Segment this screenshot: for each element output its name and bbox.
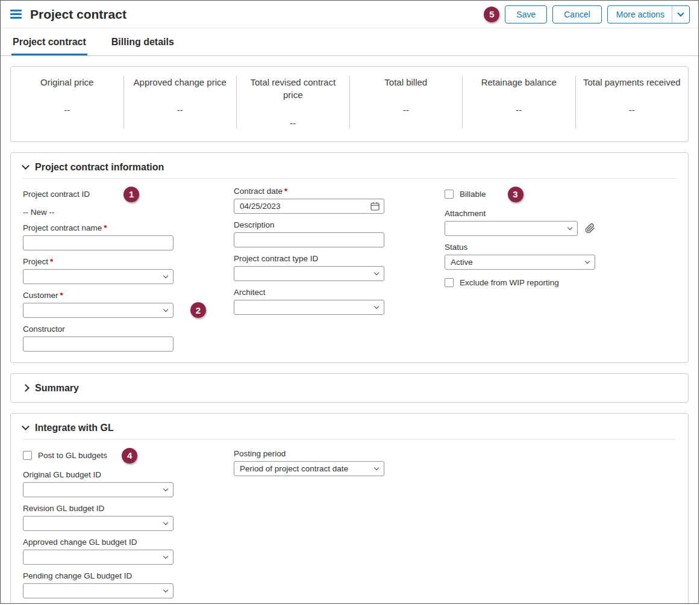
exclude-wip-label: Exclude from WIP reporting: [460, 278, 559, 287]
section-summary: Summary: [10, 373, 689, 403]
revision-gl-budget-id-label: Revision GL budget ID: [23, 504, 173, 513]
paperclip-icon[interactable]: [585, 223, 595, 234]
stat-label: Original price: [18, 76, 116, 88]
chevron-down-icon: [22, 162, 30, 170]
post-to-gl-budgets-checkbox[interactable]: [23, 451, 32, 460]
calendar-icon[interactable]: [370, 202, 380, 211]
chevron-down-icon: [163, 273, 169, 279]
stat-total-billed: Total billed --: [350, 76, 463, 128]
status-select[interactable]: Active: [445, 255, 595, 270]
project-contract-type-id-select[interactable]: [234, 266, 384, 281]
status-label: Status: [445, 243, 595, 252]
contract-date-input[interactable]: 04/25/2023: [234, 199, 384, 214]
stat-value: --: [18, 105, 116, 115]
chevron-down-icon: [374, 465, 380, 471]
callout-badge-1: 1: [123, 187, 139, 202]
architect-label: Architect: [234, 288, 384, 297]
project-contract-name-label: Project contract name*: [23, 223, 173, 232]
approved-change-gl-budget-id-select[interactable]: [23, 550, 173, 565]
chevron-down-icon: [672, 6, 689, 23]
project-contract-id-value: -- New --: [23, 208, 173, 217]
billable-checkbox-row: Billable 3: [445, 187, 595, 202]
section-title: Summary: [35, 383, 79, 394]
chevron-down-icon: [22, 423, 30, 430]
page-title: Project contract: [30, 7, 127, 22]
gl-column-1: Post to GL budgets 4 Original GL budget …: [23, 439, 173, 604]
tab-bar: Project contract Billing details: [1, 28, 698, 56]
exclude-wip-checkbox-row: Exclude from WIP reporting: [445, 278, 595, 287]
stat-approved-change-price: Approved change price --: [124, 76, 237, 128]
chevron-down-icon: [163, 588, 169, 593]
section-header-project-contract-information[interactable]: Project contract information: [23, 159, 676, 173]
select-value: Active: [451, 258, 473, 267]
project-select[interactable]: [23, 269, 173, 284]
exclude-wip-checkbox[interactable]: [445, 278, 454, 287]
header-actions: 5 Save Cancel More actions: [484, 5, 690, 23]
stat-original-price: Original price --: [11, 76, 124, 128]
pending-change-gl-budget-id-select[interactable]: [23, 583, 173, 598]
menu-icon[interactable]: [10, 10, 22, 19]
original-gl-budget-id-label: Original GL budget ID: [23, 470, 173, 479]
required-marker: *: [50, 257, 53, 266]
description-input[interactable]: [234, 232, 384, 247]
project-contract-page: Project contract 5 Save Cancel More acti…: [0, 0, 699, 604]
project-contract-id-label: Project contract ID 1: [23, 187, 173, 202]
info-column-2: Contract date* 04/25/2023 Description Pr…: [234, 179, 384, 352]
callout-badge-2: 2: [190, 302, 206, 318]
stat-total-payments-received: Total payments received --: [576, 76, 689, 128]
cancel-button[interactable]: Cancel: [552, 5, 602, 23]
original-gl-budget-id-select[interactable]: [23, 482, 173, 497]
constructor-label: Constructor: [23, 324, 173, 334]
more-actions-button[interactable]: More actions: [607, 5, 690, 23]
chevron-right-icon: [22, 384, 30, 392]
section-project-contract-information: Project contract information Project con…: [10, 152, 689, 363]
required-marker: *: [60, 291, 63, 300]
pending-change-gl-budget-id-label: Pending change GL budget ID: [23, 571, 173, 580]
architect-select[interactable]: [234, 300, 384, 315]
contract-date-value: 04/25/2023: [240, 202, 281, 211]
billable-label: Billable: [460, 190, 486, 199]
section-header-summary[interactable]: Summary: [23, 380, 676, 394]
project-contract-name-input[interactable]: [23, 235, 173, 250]
customer-select[interactable]: [23, 303, 173, 318]
select-value: Period of project contract date: [240, 464, 348, 473]
required-marker: *: [104, 223, 107, 232]
stat-retainage-balance: Retainage balance --: [463, 76, 576, 128]
constructor-input[interactable]: [23, 337, 173, 352]
info-column-3: Billable 3 Attachment Status Active: [445, 179, 595, 352]
tab-project-contract[interactable]: Project contract: [11, 28, 87, 55]
contract-totals-bar: Original price -- Approved change price …: [10, 66, 689, 142]
save-button[interactable]: Save: [505, 5, 547, 23]
header: Project contract 5 Save Cancel More acti…: [1, 1, 698, 28]
attachment-label: Attachment: [445, 209, 595, 218]
more-actions-label: More actions: [608, 6, 672, 23]
stat-label: Approved change price: [131, 76, 230, 88]
info-column-1: Project contract ID 1 -- New -- Project …: [23, 179, 173, 352]
contract-date-label: Contract date*: [234, 187, 384, 196]
gl-column-2: Posting period Period of project contrac…: [234, 439, 384, 604]
revision-gl-budget-id-select[interactable]: [23, 516, 173, 531]
section-header-integrate-with-gl[interactable]: Integrate with GL: [23, 420, 676, 434]
attachment-select[interactable]: [445, 221, 578, 236]
section-title: Project contract information: [35, 162, 164, 173]
tab-billing-details[interactable]: Billing details: [110, 28, 175, 55]
callout-badge-5: 5: [484, 7, 499, 22]
chevron-down-icon: [163, 520, 169, 526]
stat-value: --: [583, 105, 681, 115]
chevron-down-icon: [163, 486, 169, 492]
required-marker: *: [284, 187, 287, 196]
post-to-gl-budgets-row: Post to GL budgets 4: [23, 448, 173, 464]
callout-badge-4: 4: [122, 448, 137, 464]
billable-checkbox[interactable]: [445, 190, 454, 199]
posting-period-label: Posting period: [234, 449, 384, 458]
chevron-down-icon: [374, 270, 380, 276]
section-title: Integrate with GL: [35, 423, 114, 433]
posting-period-select[interactable]: Period of project contract date: [234, 461, 384, 476]
customer-label: Customer*: [23, 291, 173, 300]
post-to-gl-budgets-label: Post to GL budgets: [38, 451, 107, 460]
project-contract-type-id-label: Project contract type ID: [234, 254, 384, 263]
stat-total-revised-contract-price: Total revised contract price --: [237, 76, 350, 128]
stat-value: --: [244, 118, 342, 128]
stat-label: Total billed: [357, 76, 455, 88]
chevron-down-icon: [374, 304, 380, 309]
